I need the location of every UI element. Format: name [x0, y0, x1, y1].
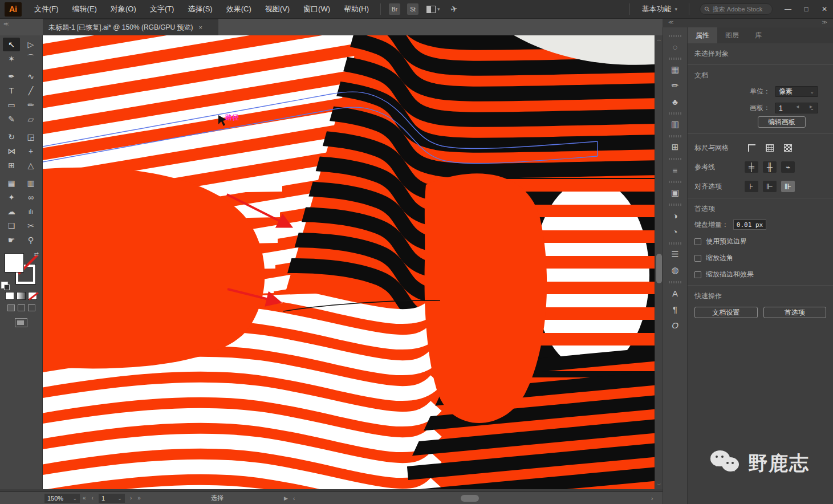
tab-close-icon[interactable]: × [199, 24, 202, 31]
use-preview-bounds-checkbox[interactable] [694, 238, 701, 245]
edit-artboard-button[interactable]: 编辑画板 [758, 116, 806, 128]
menu-edit[interactable]: 编辑(E) [66, 0, 104, 19]
tool-direct-selection[interactable]: ▷ [22, 38, 39, 51]
tool-type[interactable]: T [3, 84, 20, 97]
symbols-panel-icon[interactable]: ♣ [667, 94, 684, 109]
scroll-up-icon[interactable]: ︿ [655, 36, 663, 43]
tool-column-graph[interactable]: ılı [22, 205, 39, 218]
tool-lasso[interactable]: ⌒ [22, 52, 39, 66]
tool-eyedropper[interactable]: ✦ [3, 190, 20, 204]
scale-strokes-effects-checkbox[interactable] [694, 271, 701, 278]
tool-artboard[interactable]: ❏ [3, 219, 20, 233]
tab-layers[interactable]: 图层 [717, 27, 747, 43]
tool-selection[interactable]: ↖ [3, 38, 20, 51]
dock-grip[interactable] [669, 281, 681, 283]
tool-gradient[interactable]: ▥ [22, 176, 39, 190]
snap-to-pixel-button[interactable]: ⊪ [781, 181, 795, 192]
character-panel-icon[interactable]: A [667, 286, 684, 300]
draw-normal-mode[interactable] [7, 304, 15, 311]
scroll-down-icon[interactable]: ﹀ [655, 482, 663, 488]
tool-scale[interactable]: ◲ [22, 130, 39, 144]
first-artboard-icon[interactable]: « [83, 495, 86, 501]
vertical-scroll-thumb[interactable] [656, 254, 662, 283]
preferences-button[interactable]: 首选项 [763, 307, 827, 318]
smart-guides-button[interactable]: ⌁ [781, 161, 795, 173]
status-popup-icon[interactable]: ▶ [284, 495, 288, 501]
tool-blend[interactable]: ∞ [22, 190, 39, 204]
menu-view[interactable]: 视图(V) [258, 0, 296, 19]
tool-eraser[interactable]: ▱ [22, 112, 39, 126]
search-input[interactable] [713, 6, 767, 13]
menu-object[interactable]: 对象(O) [104, 0, 143, 19]
close-button[interactable]: ✕ [816, 2, 833, 16]
tool-magic-wand[interactable]: ✶ [3, 52, 20, 66]
draw-inside-mode[interactable] [28, 304, 35, 311]
workspace-switcher[interactable]: 基本功能 ▾ [635, 4, 684, 14]
document-tab[interactable]: 未标题-1 [已恢复].ai* @ 150% (RGB/GPU 预览) × [43, 19, 218, 35]
color-button[interactable] [5, 292, 14, 300]
swap-fill-stroke-icon[interactable]: ⇄ [34, 251, 39, 257]
tool-shaper[interactable]: ✎ [3, 112, 20, 126]
tool-mesh[interactable]: ▦ [3, 176, 20, 190]
menu-type[interactable]: 文字(T) [143, 0, 181, 19]
share-icon[interactable]: ✈ [449, 3, 458, 15]
minimize-button[interactable]: — [779, 2, 797, 16]
dock-grip[interactable] [669, 181, 681, 183]
color-guide-panel-icon[interactable]: ◔ [667, 224, 684, 239]
dock-grip[interactable] [669, 158, 681, 160]
last-artboard-icon[interactable]: » [137, 495, 141, 501]
lock-guides-button[interactable]: ╫ [763, 161, 777, 173]
menu-file[interactable]: 文件(F) [27, 0, 66, 19]
tool-rectangle[interactable]: ▭ [3, 98, 20, 112]
tool-curvature[interactable]: ∿ [22, 70, 39, 83]
brushes-panel-icon[interactable]: ✏ [667, 78, 684, 93]
tool-hand[interactable]: ☛ [3, 233, 20, 247]
fill-stroke-control[interactable]: ⇄ [5, 253, 38, 285]
dock-grip[interactable] [669, 35, 681, 37]
dock-grip[interactable] [669, 58, 681, 60]
maximize-button[interactable]: □ [798, 2, 815, 16]
grid-icon[interactable] [763, 142, 777, 153]
tool-rotate[interactable]: ↻ [3, 130, 20, 144]
default-fill-stroke-icon[interactable] [1, 282, 8, 288]
snap-to-grid-button[interactable]: ⊩ [763, 181, 777, 192]
collapse-panels-left-icon[interactable]: ≪ [668, 19, 673, 27]
tab-libraries[interactable]: 库 [747, 27, 770, 43]
canvas-artwork[interactable]: 路径 [43, 35, 655, 489]
dock-grip[interactable] [669, 135, 681, 137]
scroll-right-icon[interactable]: › [651, 495, 658, 502]
document-setup-button[interactable]: 文档设置 [694, 307, 758, 318]
transparency-grid-icon[interactable] [781, 142, 795, 153]
tool-width[interactable]: ⋈ [3, 144, 20, 158]
zoom-level-select[interactable]: 150% ⌄ [44, 494, 80, 503]
menu-effect[interactable]: 效果(C) [220, 0, 258, 19]
stroke-panel-icon[interactable]: ☰ [667, 247, 684, 262]
horizontal-scroll-track[interactable] [300, 494, 651, 502]
artboard-number-select[interactable]: 1 ⌄ [99, 494, 125, 503]
unit-select[interactable]: 像素 ⌄ [775, 86, 818, 97]
stock-search[interactable]: ⚲ [700, 3, 773, 15]
gradient-panel-icon[interactable]: ▥ [667, 117, 684, 132]
menu-window[interactable]: 窗口(W) [296, 0, 337, 19]
pathfinder-panel-icon[interactable]: ▣ [667, 185, 684, 200]
color-panel-icon[interactable]: ◑ [667, 208, 684, 223]
keyboard-increment-input[interactable]: 0.01 px [733, 220, 766, 230]
previous-artboard-icon[interactable]: ‹ [92, 495, 94, 501]
tab-properties[interactable]: 属性 [688, 27, 717, 43]
paragraph-panel-icon[interactable]: ¶ [667, 302, 684, 316]
transform-panel-icon[interactable]: ⊞ [667, 140, 684, 155]
opentype-panel-icon[interactable]: O [667, 318, 684, 332]
vertical-scrollbar[interactable]: ︿ ﹀ [655, 35, 663, 489]
swatches-panel-icon[interactable]: ▦ [667, 62, 684, 77]
horizontal-scrollbar[interactable]: ‹ › [293, 494, 658, 503]
tool-line[interactable]: ╱ [22, 84, 39, 97]
scroll-left-icon[interactable]: ‹ [293, 495, 300, 502]
screen-mode-button[interactable] [15, 318, 27, 327]
tool-puppet-warp[interactable]: + [22, 144, 39, 158]
fill-swatch[interactable] [5, 253, 24, 273]
tool-paintbrush[interactable]: ✏ [22, 98, 39, 112]
tool-pen[interactable]: ✒ [3, 70, 20, 83]
rulers-icon[interactable] [745, 142, 758, 153]
none-button[interactable] [28, 292, 37, 300]
menu-help[interactable]: 帮助(H) [337, 0, 376, 19]
